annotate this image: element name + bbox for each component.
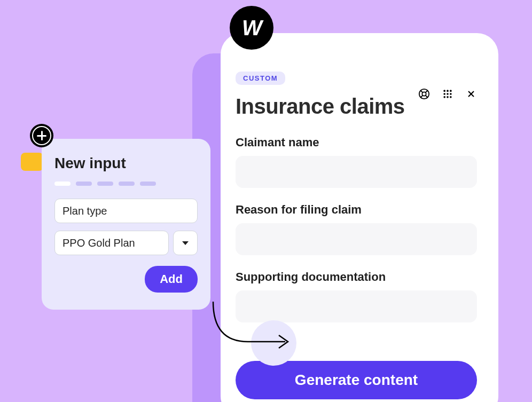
progress-dot xyxy=(76,182,92,186)
progress-indicator xyxy=(54,182,198,186)
dropdown-row: PPO Gold Plan xyxy=(54,231,198,255)
reason-input[interactable] xyxy=(236,223,477,255)
top-toolbar xyxy=(418,88,477,100)
custom-badge: CUSTOM xyxy=(236,72,285,85)
field-claimant-name: Claimant name xyxy=(236,136,477,188)
field-label: Supporting documentation xyxy=(236,270,477,284)
progress-dot xyxy=(119,182,135,186)
progress-dot xyxy=(97,182,113,186)
new-input-card: New input PPO Gold Plan Add xyxy=(42,139,210,310)
field-name-input[interactable] xyxy=(54,199,198,223)
progress-dot xyxy=(54,182,71,186)
close-icon[interactable] xyxy=(465,88,477,100)
svg-point-8 xyxy=(450,90,452,92)
field-documentation: Supporting documentation xyxy=(236,270,477,322)
svg-point-10 xyxy=(447,93,449,95)
add-button[interactable]: Add xyxy=(145,266,198,293)
dropdown-value: PPO Gold Plan xyxy=(62,237,135,249)
progress-dot xyxy=(140,182,156,186)
plan-type-dropdown[interactable]: PPO Gold Plan xyxy=(54,231,169,255)
svg-point-12 xyxy=(443,96,445,98)
help-icon[interactable] xyxy=(418,88,430,100)
svg-point-13 xyxy=(447,96,449,98)
plus-vertical xyxy=(41,131,43,140)
documentation-input[interactable] xyxy=(236,290,477,322)
yellow-accent xyxy=(21,153,43,171)
claimant-name-input[interactable] xyxy=(236,156,477,188)
svg-point-11 xyxy=(450,93,452,95)
svg-line-2 xyxy=(421,91,423,93)
svg-line-4 xyxy=(426,91,428,93)
field-label: Claimant name xyxy=(236,136,477,149)
logo-letter: W xyxy=(242,16,261,40)
field-label: Reason for filing claim xyxy=(236,203,477,217)
chevron-down-icon xyxy=(182,241,189,245)
svg-point-14 xyxy=(450,96,452,98)
arrow-target-circle xyxy=(251,320,296,366)
dropdown-toggle-button[interactable] xyxy=(173,231,198,255)
generate-content-button[interactable]: Generate content xyxy=(236,361,477,399)
field-reason: Reason for filing claim xyxy=(236,203,477,255)
svg-point-1 xyxy=(422,92,426,96)
svg-point-7 xyxy=(447,90,449,92)
new-input-title: New input xyxy=(54,155,198,172)
svg-line-5 xyxy=(421,96,423,98)
svg-line-3 xyxy=(426,96,428,98)
plus-icon[interactable] xyxy=(30,124,53,147)
apps-grid-icon[interactable] xyxy=(442,88,453,100)
svg-point-9 xyxy=(443,93,445,95)
svg-point-6 xyxy=(443,90,445,92)
app-logo: W xyxy=(230,6,273,50)
